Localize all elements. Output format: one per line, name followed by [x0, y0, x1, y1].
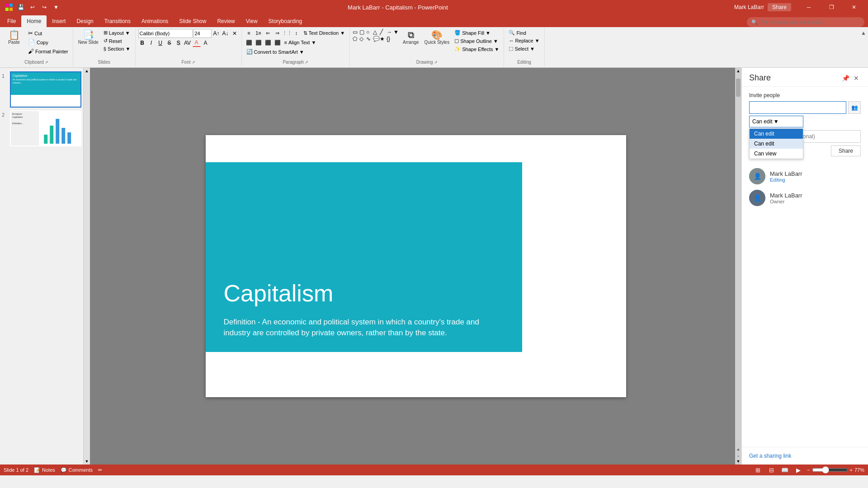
font-color-btn[interactable]: A	[193, 39, 201, 47]
undo-button[interactable]: ↩	[27, 2, 38, 13]
replace-button[interactable]: ↔ Replace ▼	[507, 37, 541, 44]
new-slide-button[interactable]: 📑 New Slide	[76, 29, 101, 46]
canvas-zoom-in[interactable]: +	[737, 447, 740, 452]
increase-font-btn[interactable]: A↑	[212, 29, 221, 38]
tab-storyboarding[interactable]: Storyboarding	[263, 15, 308, 27]
perm-option-edit[interactable]: Can edit	[750, 139, 803, 149]
shadow-btn[interactable]: S	[175, 39, 183, 47]
brace-shape[interactable]: {}	[387, 36, 393, 42]
quick-styles-button[interactable]: 🎨 Quick Styles	[422, 29, 452, 46]
increase-indent-btn[interactable]: ⇒	[273, 29, 282, 37]
perm-option-view[interactable]: Can view	[750, 149, 803, 159]
redo-button[interactable]: ↪	[39, 2, 50, 13]
permission-select[interactable]: Can edit ▼	[749, 116, 803, 127]
align-right-btn[interactable]: ⬛	[264, 38, 273, 47]
format-painter-button[interactable]: 🖌 Format Painter	[26, 47, 70, 56]
numbered-list-btn[interactable]: 1≡	[254, 29, 263, 37]
zoom-out-icon[interactable]: −	[807, 467, 810, 473]
triangle-shape[interactable]: △	[373, 29, 379, 35]
section-button[interactable]: § Section ▼	[102, 45, 132, 52]
scroll-up-arrow[interactable]: ▲	[84, 68, 90, 74]
text-direction-btn[interactable]: ⇅ Text Direction ▼	[302, 29, 347, 37]
clear-format-btn[interactable]: ✕	[231, 29, 239, 38]
share-pin-btn[interactable]: 📌	[841, 74, 850, 83]
save-button[interactable]: 💾	[15, 2, 26, 13]
paste-button[interactable]: 📋 Paste	[3, 29, 25, 46]
minimize-button[interactable]: ─	[798, 0, 819, 14]
canvas-scroll-up[interactable]: ▲	[735, 68, 741, 74]
convert-smartart-btn[interactable]: 🔄 Convert to SmartArt ▼	[245, 48, 306, 56]
cut-button[interactable]: ✂ Cut	[26, 29, 70, 38]
perm-option-edit-selected[interactable]: Can edit	[750, 129, 803, 139]
tab-design[interactable]: Design	[71, 15, 99, 27]
slide-sorter-btn[interactable]: ⊟	[766, 466, 776, 474]
callout-shape[interactable]: 💬	[373, 36, 379, 42]
customize-button[interactable]: ▼	[51, 2, 61, 13]
line-spacing-btn[interactable]: ↕	[292, 29, 301, 37]
font-expand-icon[interactable]: ↗	[192, 60, 195, 65]
paragraph-expand-icon[interactable]: ↗	[305, 60, 308, 65]
pentagon-shape[interactable]: ⬠	[353, 36, 359, 42]
tab-insert[interactable]: Insert	[47, 15, 71, 27]
decrease-font-btn[interactable]: A↓	[222, 29, 230, 38]
shape-outline-btn[interactable]: ▢ Shape Outline ▼	[453, 37, 501, 45]
arrange-button[interactable]: ⧉ Arrange	[401, 29, 421, 46]
line-shape[interactable]: ╱	[380, 29, 386, 35]
shape-effects-btn[interactable]: ✨ Shape Effects ▼	[453, 45, 501, 53]
slide-canvas[interactable]: Capitalism Definition - An economic and …	[206, 135, 626, 397]
ribbon-search-input[interactable]	[760, 19, 860, 25]
reset-button[interactable]: ↺ Reset	[102, 37, 132, 45]
invite-email-input[interactable]	[749, 101, 846, 114]
find-button[interactable]: 🔍 Find	[507, 29, 541, 37]
normal-view-btn[interactable]: ⊞	[753, 466, 763, 474]
more-shapes[interactable]: ▼	[393, 29, 400, 35]
underline-btn[interactable]: U	[156, 39, 165, 47]
oval-shape[interactable]: ○	[366, 29, 373, 35]
bold-btn[interactable]: B	[138, 39, 146, 47]
font-color-alt-btn[interactable]: A	[202, 39, 210, 47]
tab-home[interactable]: Home	[21, 15, 47, 27]
comments-btn[interactable]: 💬 Comments	[61, 467, 93, 473]
decrease-indent-btn[interactable]: ⇐	[264, 29, 273, 37]
scroll-down-arrow[interactable]: ▼	[84, 458, 90, 465]
round-rect-shape[interactable]: ▢	[359, 29, 366, 35]
shape-fill-btn[interactable]: 🪣 Shape Fill ▼	[453, 29, 501, 37]
slide-preview-1[interactable]: Capitalism An economic and political sys…	[10, 71, 81, 108]
italic-btn[interactable]: I	[147, 39, 156, 47]
slide-thumb-2[interactable]: 2 EuropeanCapitalismDefinition...	[2, 110, 81, 146]
reading-view-btn[interactable]: 📖	[780, 466, 790, 474]
clipboard-expand-icon[interactable]: ↗	[45, 60, 48, 65]
canvas-zoom-out[interactable]: -	[737, 453, 739, 458]
tab-review[interactable]: Review	[212, 15, 240, 27]
strikethrough-btn[interactable]: S	[165, 39, 174, 47]
tab-slideshow[interactable]: Slide Show	[174, 15, 212, 27]
tab-file[interactable]: File	[2, 15, 21, 27]
ribbon-collapse[interactable]: ▲	[859, 28, 868, 66]
char-spacing-btn[interactable]: AV	[184, 39, 192, 47]
share-submit-button[interactable]: Share	[831, 145, 861, 156]
justify-btn[interactable]: ⬛	[273, 38, 282, 47]
sharing-link-text[interactable]: Get a sharing link	[749, 453, 791, 459]
slide-notes-btn[interactable]: 📝 Notes	[34, 467, 55, 473]
close-button[interactable]: ✕	[844, 0, 864, 14]
font-name-input[interactable]	[138, 29, 193, 38]
restore-button[interactable]: ❐	[821, 0, 842, 14]
select-button[interactable]: ⬚ Select ▼	[507, 45, 541, 52]
align-left-btn[interactable]: ⬛	[245, 38, 254, 47]
canvas-scroll-thumb[interactable]	[736, 79, 741, 97]
multi-col-btn[interactable]: ⋮⋮	[283, 29, 292, 37]
rect-shape[interactable]: ▭	[353, 29, 359, 35]
drawing-expand-icon[interactable]: ↗	[434, 60, 438, 65]
zoom-in-icon[interactable]: +	[850, 467, 853, 473]
diamond-shape[interactable]: ◇	[359, 36, 366, 42]
arrow-shape[interactable]: →	[387, 29, 393, 35]
slideshow-btn[interactable]: ▶	[793, 466, 803, 474]
tab-transitions[interactable]: Transitions	[99, 15, 136, 27]
contacts-button[interactable]: 👥	[848, 101, 861, 114]
align-center-btn[interactable]: ⬛	[254, 38, 263, 47]
slide-thumb-1[interactable]: 1 Capitalism An economic and political s…	[2, 71, 81, 108]
zoom-slider[interactable]	[812, 466, 848, 474]
align-text-btn[interactable]: ≡ Align Text ▼	[283, 39, 318, 46]
share-button[interactable]: Share	[768, 3, 791, 11]
tab-animations[interactable]: Animations	[136, 15, 174, 27]
